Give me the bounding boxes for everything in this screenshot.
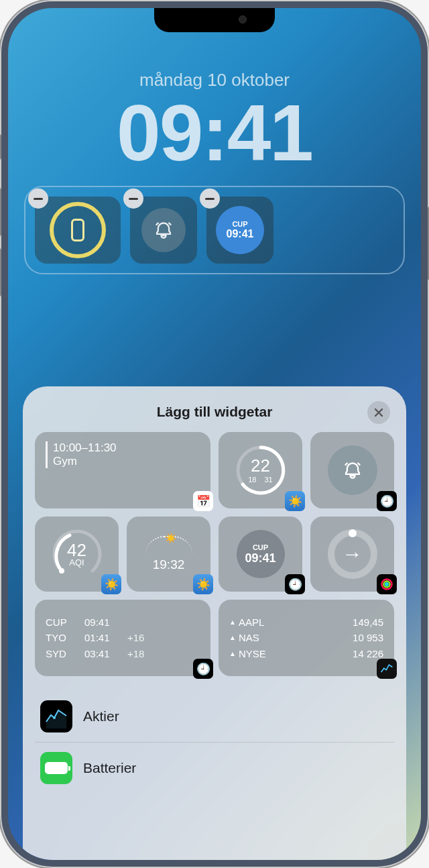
stock-row: ▲NYSE14 226 [229,646,383,661]
activity-app-icon [377,574,397,594]
calendar-app-icon: 📅 [193,491,213,511]
widget-calendar[interactable]: 10:00–11:30 Gym 📅 [35,432,210,508]
widget-air-quality[interactable]: 42 AQI ☀️ [35,517,119,592]
app-row-batteries[interactable]: Batterier [35,743,394,794]
stock-row: ▲NAS10 953 [229,630,383,645]
stocks-app-icon [377,659,397,679]
phone-icon [71,219,84,241]
remove-widget-button[interactable] [28,188,48,209]
widget-world-clock-small[interactable]: CUP 09:41 🕘 [219,517,302,592]
battery-ring-icon [50,202,106,258]
close-icon [374,408,383,417]
weather-app-icon: ☀️ [101,574,121,594]
mute-switch [0,134,1,160]
lock-date[interactable]: måndag 10 oktober [8,70,421,91]
svg-point-4 [383,581,389,587]
screen: måndag 10 oktober 09:41 [8,8,421,860]
clock-app-icon: 🕘 [193,659,213,679]
weather-app-icon: ☀️ [193,574,213,594]
lock-time[interactable]: 09:41 [8,93,421,172]
widget-stocks[interactable]: ▲AAPL149,45▲NAS10 953▲NYSE14 226 [219,600,394,676]
phone-frame: måndag 10 oktober 09:41 [0,0,429,868]
lock-widget-alarm[interactable] [130,197,197,264]
world-clock-city: CUP [253,543,268,551]
lock-widget-battery[interactable] [35,197,121,264]
world-clock-time: 09:41 [245,551,275,565]
world-clock-city: CUP [232,220,247,228]
stocks-app-icon [40,700,72,733]
widget-alarm[interactable]: 🕘 [310,432,394,508]
volume-down [0,248,1,296]
arrow-right-icon: → [326,528,379,580]
volume-up [0,188,1,236]
sheet-title: Lägg till widgetar [157,404,273,419]
aqi-label: AQI [69,557,84,567]
world-clock-time: 09:41 [227,228,254,240]
sunset-time: 19:32 [153,557,185,572]
world-clock-row: CUP09:41 [46,614,200,630]
stock-row: ▲AAPL149,45 [229,614,383,630]
lock-widget-strip[interactable]: CUP 09:41 [24,186,405,274]
clock-app-icon: 🕘 [377,491,397,511]
widget-activity[interactable]: → [310,517,394,592]
widget-suggestions-grid: 10:00–11:30 Gym 📅 22 1831 ☀️ [35,432,394,676]
lock-screen: måndag 10 oktober 09:41 [8,8,421,274]
alarm-icon [343,461,362,480]
lock-widget-world-clock[interactable]: CUP 09:41 [206,197,273,264]
batteries-app-icon [40,752,72,784]
temperature-value: 22 [251,457,270,474]
app-name: Batterier [83,760,136,776]
app-list: Aktier Batterier [35,691,394,794]
aqi-value: 42 [67,541,86,559]
svg-point-7 [53,716,56,719]
widget-sunset[interactable]: ☀️ 19:32 ☀️ [127,517,210,592]
clock-app-icon: 🕘 [285,574,305,594]
app-row-stocks[interactable]: Aktier [35,691,394,743]
event-title: Gym [53,455,200,468]
world-clock-row: TYO01:41+16 [46,630,200,645]
weather-app-icon: ☀️ [285,491,305,511]
remove-widget-button[interactable] [200,188,220,209]
close-button[interactable] [367,401,390,424]
sun-icon: ☀️ [165,533,176,543]
remove-widget-button[interactable] [123,188,143,209]
notch [154,8,275,32]
svg-point-5 [385,583,387,585]
widget-weather-temperature[interactable]: 22 1831 ☀️ [219,432,302,508]
add-widgets-sheet: Lägg till widgetar 10:00–11:30 Gym 📅 [23,386,406,860]
app-name: Aktier [83,708,119,724]
world-clock-row: SYD03:41+18 [46,646,200,661]
event-time: 10:00–11:30 [53,441,200,455]
widget-world-clock-list[interactable]: CUP09:41TYO01:41+16SYD03:41+18 🕘 [35,600,210,676]
alarm-icon [154,221,173,239]
